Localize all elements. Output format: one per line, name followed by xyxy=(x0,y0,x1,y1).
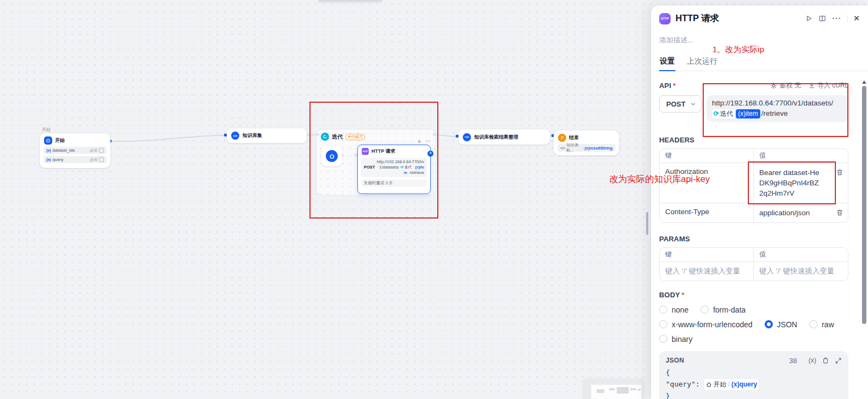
tools-divider xyxy=(802,357,803,364)
start-var-row[interactable]: (x) dataset_ids 必填 xyxy=(44,147,107,154)
delete-row-icon[interactable] xyxy=(836,208,844,218)
start-node[interactable]: 开始 (x) dataset_ids 必填 (x) query 必填 xyxy=(40,133,110,168)
radio-icon xyxy=(809,320,817,328)
var-name: dataset_ids xyxy=(53,148,75,153)
json-close-brace: } xyxy=(666,390,842,399)
required-badge: 必填 xyxy=(90,157,97,163)
var-type-icon xyxy=(99,148,104,153)
http-node-retry: 失败时重试 3 次 xyxy=(361,179,427,187)
scrollbar-thumb[interactable] xyxy=(862,86,866,324)
knowledge-set-title: 知识库集 xyxy=(243,132,262,139)
header-divider xyxy=(847,15,848,22)
expand-icon[interactable] xyxy=(835,357,842,364)
http-node-url: POST http://192.168.0.64:7700/v1/dataset… xyxy=(361,158,427,177)
add-next-node-button[interactable]: + xyxy=(427,151,433,157)
radio-icon xyxy=(659,335,667,343)
copy-icon[interactable] xyxy=(822,357,829,364)
value-column-header: 值 xyxy=(754,149,848,163)
iteration-more-icon[interactable]: ··· xyxy=(426,139,432,144)
var-name: query xyxy=(53,157,64,162)
radio-icon xyxy=(659,320,667,328)
header-value-cell[interactable]: application/json xyxy=(759,208,821,218)
key-column-header: 键 xyxy=(660,248,754,261)
json-editor-content[interactable]: { "query": 开始 / (x)query } xyxy=(659,365,848,399)
split-view-icon[interactable] xyxy=(819,15,826,22)
import-curl-button[interactable]: 导入 cURL xyxy=(808,81,848,90)
http-node-title: HTTP 请求 xyxy=(371,148,395,155)
tab-last-run[interactable]: 上次运行 xyxy=(686,53,718,71)
param-key-input[interactable]: 键入 '/' 键快速插入变量 xyxy=(660,262,754,280)
radio-checked-icon xyxy=(765,320,773,328)
iteration-start-node[interactable] xyxy=(321,146,342,166)
description-placeholder[interactable]: 添加描述... xyxy=(659,35,859,45)
code-icon: </> xyxy=(463,133,471,141)
delete-row-icon[interactable] xyxy=(836,167,844,178)
canvas-minimap[interactable] xyxy=(582,378,645,399)
json-editor[interactable]: JSON 38 (x) { xyxy=(659,351,848,399)
more-menu-icon[interactable]: ··· xyxy=(832,14,841,23)
http-request-node[interactable]: HTTP HTTP 请求 + POST http://192.168.0.64:… xyxy=(357,145,431,194)
json-open-brace: { xyxy=(666,367,842,378)
end-output-variable: </> 知识库检... / (x)resultString xyxy=(557,144,615,152)
query-variable-chip[interactable]: 开始 / (x)query xyxy=(704,379,759,390)
scroll-up-arrow[interactable] xyxy=(862,80,866,84)
http-icon: HTTP xyxy=(362,148,369,155)
canvas-toolbar-shadow xyxy=(318,0,382,4)
node-config-panel: HTTP HTTP 请求 ··· × 添加描述... 设置 上次运行 A xyxy=(651,5,868,399)
radio-icon xyxy=(659,306,667,314)
organize-node-title: 知识库检索结果整理 xyxy=(474,134,518,141)
api-section-label: API* xyxy=(659,82,676,90)
close-panel-icon[interactable]: × xyxy=(854,13,859,24)
table-row: 键入 '/' 键快速插入变量 键入 '/' 键快速插入变量 xyxy=(660,261,848,280)
panel-resize-handle[interactable] xyxy=(646,212,648,235)
panel-title: HTTP 请求 xyxy=(675,13,719,24)
params-table: 键 值 键入 '/' 键快速插入变量 键入 '/' 键快速插入变量 xyxy=(659,247,848,281)
json-editor-label: JSON xyxy=(666,357,684,364)
tab-settings[interactable]: 设置 xyxy=(659,53,675,71)
organize-results-node[interactable]: </> 知识库检索结果整理 xyxy=(458,129,550,145)
import-icon xyxy=(808,82,815,89)
start-var-row[interactable]: (x) query 必填 xyxy=(44,156,107,163)
end-flag-icon xyxy=(558,134,566,142)
body-type-form-data[interactable]: form-data xyxy=(700,306,746,314)
params-section-label: PARAMS xyxy=(659,235,848,243)
run-step-icon[interactable] xyxy=(805,15,813,22)
http-icon: HTTP xyxy=(659,13,671,24)
header-key-cell[interactable]: Authorization xyxy=(660,163,754,203)
headers-section-label: HEADERS xyxy=(659,136,848,144)
panel-tabs: 设置 上次运行 xyxy=(651,53,868,71)
table-row: Content-Type application/json xyxy=(660,203,848,222)
body-type-x-www-form-urlencoded[interactable]: x-www-form-urlencoded xyxy=(659,320,753,329)
headers-table: 键 值 Authorization Bearer dataset-HeDK9gH… xyxy=(659,148,848,223)
parallel-mode-badge: 并行模式 xyxy=(345,134,365,140)
required-badge: 必填 xyxy=(90,148,97,153)
home-icon xyxy=(706,382,712,388)
body-type-raw[interactable]: raw xyxy=(809,320,834,329)
body-type-options: none form-data x-www-form-urlencoded JSO… xyxy=(659,306,848,344)
url-input[interactable]: http://192.168.0.64:7700/v1/datasets/⟳迭代… xyxy=(706,95,848,122)
workflow-edges xyxy=(0,0,650,399)
iteration-run-icon[interactable] xyxy=(417,139,422,144)
char-count: 38 xyxy=(789,357,797,365)
header-key-cell[interactable]: Content-Type xyxy=(660,203,754,222)
body-type-none[interactable]: none xyxy=(659,306,689,314)
method-select[interactable]: POST xyxy=(659,95,702,113)
body-type-binary[interactable]: binary xyxy=(659,335,692,344)
value-column-header: 值 xyxy=(754,248,848,261)
knowledge-set-node[interactable]: </> 知识库集 xyxy=(227,128,307,143)
chevron-down-icon xyxy=(690,101,696,107)
edge-iteration-to-organize xyxy=(435,135,457,136)
code-icon: </> xyxy=(560,146,565,150)
code-icon: </> xyxy=(231,132,239,140)
body-type-json[interactable]: JSON xyxy=(765,320,797,329)
auth-setting-button[interactable]: 鉴权 无 xyxy=(770,81,801,90)
insert-variable-icon[interactable]: (x) xyxy=(808,357,816,364)
body-section-label: BODY* xyxy=(659,291,848,299)
param-value-input[interactable]: 键入 '/' 键快速插入变量 xyxy=(754,262,848,280)
minimap-viewport xyxy=(591,385,641,399)
table-row: Authorization Bearer dataset-HeDK9gHBqPn… xyxy=(660,163,848,203)
header-value-cell[interactable]: Bearer dataset-HeDK9gHBqPnI4rBZ2q2Hm7rV xyxy=(759,167,821,198)
variable-icon: (x) xyxy=(46,148,51,152)
panel-scrollbar[interactable] xyxy=(861,76,867,399)
end-node[interactable]: 结束 </> 知识库检... / (x)resultString xyxy=(554,130,619,155)
